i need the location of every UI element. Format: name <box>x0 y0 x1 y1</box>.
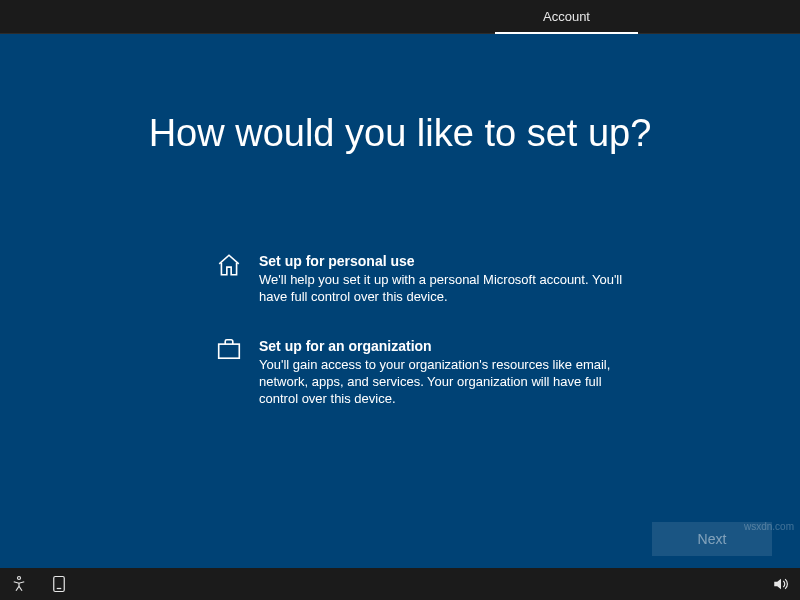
bottom-bar <box>0 568 800 600</box>
option-organization-title: Set up for an organization <box>259 337 635 355</box>
tab-label: Account <box>543 9 590 24</box>
option-personal[interactable]: Set up for personal use We'll help you s… <box>215 252 635 305</box>
page-title: How would you like to set up? <box>0 112 800 155</box>
top-bar: Account <box>0 0 800 34</box>
accessibility-icon[interactable] <box>10 575 28 593</box>
option-personal-text: Set up for personal use We'll help you s… <box>259 252 635 305</box>
option-organization-desc: You'll gain access to your organization'… <box>259 356 635 407</box>
setup-options: Set up for personal use We'll help you s… <box>215 252 635 439</box>
briefcase-icon <box>215 337 243 365</box>
bottom-bar-right <box>772 575 790 593</box>
watermark: wsxdn.com <box>744 521 794 532</box>
svg-rect-0 <box>219 344 240 358</box>
svg-rect-2 <box>54 577 65 592</box>
option-organization-text: Set up for an organization You'll gain a… <box>259 337 635 407</box>
tab-spacer <box>0 0 495 33</box>
bottom-bar-left <box>10 575 68 593</box>
tab-account[interactable]: Account <box>495 0 638 34</box>
svg-point-1 <box>18 577 21 580</box>
ime-icon[interactable] <box>50 575 68 593</box>
content-area: How would you like to set up? Set up for… <box>0 34 800 568</box>
home-icon <box>215 252 243 280</box>
option-personal-title: Set up for personal use <box>259 252 635 270</box>
option-personal-desc: We'll help you set it up with a personal… <box>259 271 635 305</box>
volume-icon[interactable] <box>772 575 790 593</box>
option-organization[interactable]: Set up for an organization You'll gain a… <box>215 337 635 407</box>
